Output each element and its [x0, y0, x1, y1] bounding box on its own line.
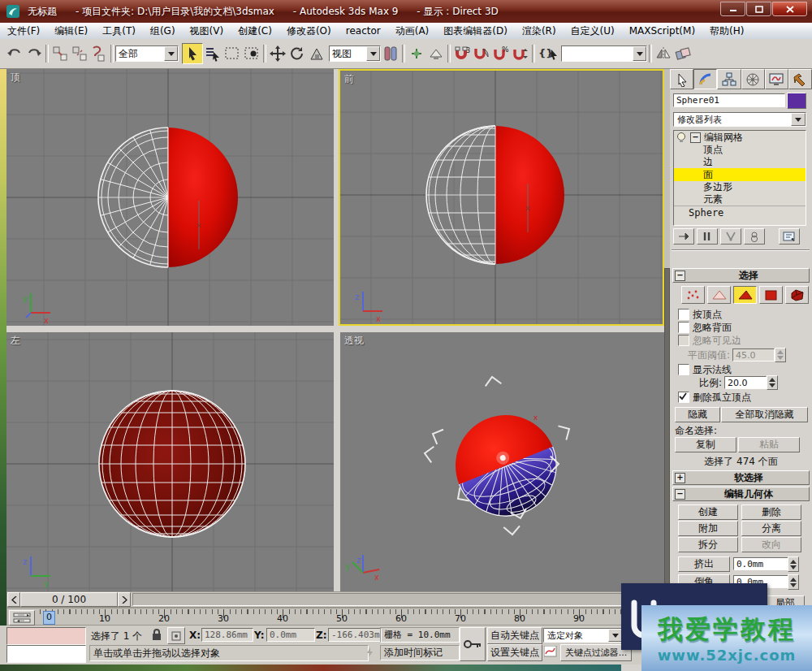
previous-frame-button[interactable] — [7, 592, 20, 607]
default-in-out-tangent-icon[interactable] — [544, 646, 557, 660]
menu-graph-editors[interactable]: 图表编辑器(D) — [436, 23, 515, 40]
window-crossing-icon[interactable] — [242, 44, 261, 63]
stack-item-sphere[interactable]: Sphere — [674, 206, 806, 219]
undo-icon[interactable] — [5, 44, 24, 63]
tab-utilities[interactable] — [788, 69, 812, 89]
select-and-move-icon[interactable] — [268, 44, 287, 63]
reference-dropdown-arrow[interactable] — [366, 46, 380, 61]
stack-subitem-edge[interactable]: 边 — [674, 156, 806, 168]
show-end-result-icon[interactable] — [697, 228, 718, 245]
menu-edit[interactable]: 编辑(E) — [47, 23, 95, 40]
stack-item-edit-mesh[interactable]: − 编辑网格 — [674, 131, 806, 144]
rectangular-selection-region-icon[interactable] — [222, 44, 242, 63]
select-by-name-icon[interactable] — [203, 44, 222, 63]
spinner-snap-icon[interactable] — [511, 44, 530, 63]
extrude-button[interactable]: 挤出 — [678, 556, 730, 572]
maxscript-mini-listener-white[interactable] — [6, 645, 86, 663]
tab-hierarchy[interactable] — [717, 69, 741, 89]
subobject-element-icon[interactable] — [785, 286, 809, 304]
x-coord-field[interactable]: 128.86mm — [201, 628, 253, 642]
subobject-polygon-icon[interactable] — [759, 286, 783, 304]
named-selection-sets-icon[interactable]: {} — [537, 44, 561, 63]
key-filter-scope-arrow[interactable] — [608, 629, 622, 642]
viewport-top-label[interactable]: 顶 — [11, 71, 20, 84]
reference-coordinate-dropdown[interactable]: 视图 — [329, 45, 381, 62]
use-pivot-center-icon[interactable] — [381, 44, 400, 63]
sphere-selected-faces[interactable] — [495, 126, 564, 264]
percent-snap-icon[interactable]: % — [491, 44, 511, 63]
app-icon[interactable] — [3, 2, 23, 21]
open-mini-curve-editor-button[interactable] — [9, 610, 35, 626]
tab-create[interactable] — [670, 69, 693, 89]
scrollbar-thumb[interactable] — [664, 268, 670, 590]
attach-button[interactable]: 附加 — [678, 521, 738, 536]
absolute-mode-transform-button[interactable] — [167, 627, 185, 644]
close-button[interactable] — [772, 2, 807, 16]
delete-button[interactable]: 删除 — [741, 504, 801, 520]
rollout-soft-selection-header[interactable]: + 软选择 — [672, 470, 810, 485]
menu-maxscript[interactable]: MAXScript(M) — [622, 24, 702, 38]
menu-rendering[interactable]: 渲染(R) — [515, 23, 564, 40]
next-frame-button[interactable] — [118, 592, 131, 607]
menu-views[interactable]: 视图(V) — [183, 23, 231, 40]
named-selection-arrow[interactable] — [633, 46, 646, 61]
stack-subitem-element[interactable]: 元素 — [674, 193, 806, 206]
object-name-field[interactable]: Sphere01 — [673, 93, 785, 107]
z-coord-field[interactable]: -166.403m — [328, 628, 382, 642]
keyboard-shortcut-override-icon[interactable] — [426, 44, 446, 63]
select-and-rotate-icon[interactable] — [287, 44, 307, 63]
extrude-spinner[interactable] — [788, 556, 799, 572]
modifier-list-dropdown[interactable]: 修改器列表 — [673, 112, 806, 127]
sphere-wireframe[interactable] — [99, 391, 245, 537]
time-slider-thumb[interactable]: 0 / 100 — [20, 592, 118, 607]
menu-modifiers[interactable]: 修改器(O) — [279, 23, 339, 40]
viewport-splitter-horizontal[interactable] — [6, 326, 664, 332]
pin-stack-icon[interactable] — [673, 228, 694, 245]
stack-subitem-polygon[interactable]: 多边形 — [674, 181, 806, 193]
create-button[interactable]: 创建 — [678, 504, 738, 520]
unlink-icon[interactable] — [70, 44, 89, 63]
align-icon[interactable] — [673, 44, 693, 63]
tab-display[interactable] — [765, 69, 788, 89]
watermark-url[interactable]: www.52xjc.com — [658, 647, 797, 664]
tab-modify[interactable] — [693, 69, 717, 89]
subobject-edge-icon[interactable] — [707, 286, 731, 304]
menu-help[interactable]: 帮助(H) — [702, 23, 751, 40]
checkbox-show-normals[interactable]: 显示法线 — [673, 363, 808, 376]
snap-toggle-3d-icon[interactable]: 3 — [452, 44, 472, 63]
extrude-value-field[interactable]: 0.0mm — [733, 557, 790, 570]
viewport-left-label[interactable]: 左 — [11, 334, 20, 348]
rollout-edit-geometry-header[interactable]: − 编辑几何体 — [672, 487, 810, 501]
copy-button[interactable]: 复制 — [675, 437, 736, 452]
selection-lock-icon[interactable] — [151, 628, 162, 643]
current-frame-marker[interactable]: 0 — [43, 611, 55, 625]
maximize-button[interactable] — [746, 2, 771, 16]
viewport-perspective[interactable]: 透视 — [340, 332, 664, 591]
normals-scale-spinner[interactable] — [767, 375, 778, 390]
menu-create[interactable]: 创建(C) — [231, 23, 279, 40]
selection-filter-dropdown[interactable]: 全部 — [115, 45, 179, 62]
menu-tools[interactable]: 工具(T) — [95, 23, 143, 40]
add-time-tag-button[interactable]: 添加时间标记 — [380, 645, 460, 660]
stack-subitem-face-selected[interactable]: 面 — [674, 168, 806, 181]
angle-snap-icon[interactable] — [472, 44, 491, 63]
stack-subitem-vertex[interactable]: 顶点 — [674, 144, 806, 156]
y-coord-field[interactable]: 0.0mm — [266, 628, 315, 642]
remove-modifier-icon[interactable] — [744, 228, 765, 245]
viewport-front-label[interactable]: 前 — [344, 72, 354, 86]
viewport-left[interactable]: 左 z y — [6, 332, 334, 591]
viewport-perspective-label[interactable]: 透视 — [344, 334, 364, 348]
hide-button[interactable]: 隐藏 — [675, 407, 720, 422]
select-and-scale-icon[interactable] — [307, 44, 326, 63]
select-object-button[interactable] — [182, 43, 203, 64]
menu-animation[interactable]: 动画(A) — [388, 23, 437, 40]
menu-group[interactable]: 组(G) — [143, 23, 183, 40]
minimize-button[interactable] — [720, 2, 745, 16]
maxscript-mini-listener-pink[interactable] — [6, 627, 86, 645]
key-filter-scope-dropdown[interactable]: 选定对象 — [543, 628, 623, 643]
checkbox-by-vertex[interactable]: 按顶点 — [673, 308, 808, 321]
checkbox-delete-isolated-vertices[interactable]: 删除孤立顶点 — [673, 391, 812, 404]
configure-modifier-sets-icon[interactable] — [779, 228, 800, 245]
select-and-manipulate-icon[interactable] — [407, 44, 426, 63]
title-bar[interactable]: 无标题 - 项目文件夹: D:\用户目录\我的文档\3dsmax - Autod… — [0, 0, 812, 23]
